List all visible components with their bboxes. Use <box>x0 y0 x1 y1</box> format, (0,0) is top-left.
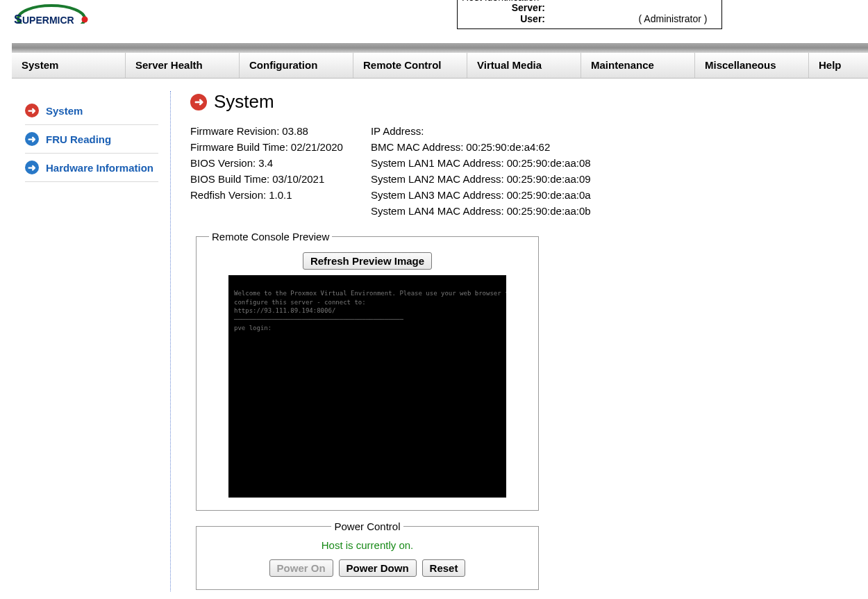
main-content: ➜ System Firmware Revision:03.88 Firmwar… <box>171 91 868 591</box>
host-user-role: ( Administrator ) <box>631 13 715 24</box>
host-server-value <box>548 2 715 13</box>
sidebar-item-system[interactable]: ➜ System <box>25 97 158 125</box>
host-user-label: User: <box>465 13 548 24</box>
sidebar: ➜ System ➜ FRU Reading ➜ Hardware Inform… <box>0 91 171 591</box>
host-identification-box: Host Identification Server: User: ( Admi… <box>457 0 722 29</box>
ip-address-label: IP Address: <box>371 125 424 137</box>
host-server-label: Server: <box>465 2 548 13</box>
power-control-box: Power Control Host is currently on. Powe… <box>196 520 539 590</box>
console-line: ────────────────────────────────────────… <box>234 315 501 325</box>
firmware-build-time-label: Firmware Build Time: <box>190 141 288 153</box>
sidebar-item-fru-reading[interactable]: ➜ FRU Reading <box>25 125 158 154</box>
bmc-mac-label: BMC MAC Address: <box>371 141 463 153</box>
arrow-right-icon: ➜ <box>25 161 39 174</box>
sidebar-item-label: Hardware Information <box>46 162 153 174</box>
nav-help[interactable]: Help <box>809 53 868 78</box>
lan4-mac-value: 00:25:90:de:aa:0b <box>507 205 591 217</box>
redfish-version-value: 1.0.1 <box>269 189 292 201</box>
lan2-mac-value: 00:25:90:de:aa:09 <box>507 173 591 185</box>
svg-text:S: S <box>14 13 22 26</box>
arrow-right-icon: ➜ <box>25 104 39 117</box>
lan1-mac-label: System LAN1 MAC Address: <box>371 157 504 169</box>
page-title-text: System <box>214 91 274 113</box>
bios-version-value: 3.4 <box>258 157 273 169</box>
nav-configuration[interactable]: Configuration <box>240 53 353 78</box>
page-title: ➜ System <box>190 91 868 113</box>
console-line: Welcome to the Proxmox Virtual Environme… <box>234 289 501 298</box>
nav-maintenance[interactable]: Maintenance <box>581 53 695 78</box>
host-user-value <box>548 13 631 24</box>
arrow-right-icon: ➜ <box>190 94 207 110</box>
info-column-left: Firmware Revision:03.88 Firmware Build T… <box>190 125 343 221</box>
power-on-button[interactable]: Power On <box>269 559 333 577</box>
firmware-revision-value: 03.88 <box>282 125 308 137</box>
firmware-build-time-value: 02/21/2020 <box>291 141 343 153</box>
firmware-revision-label: Firmware Revision: <box>190 125 279 137</box>
bios-build-time-value: 03/10/2021 <box>272 173 324 185</box>
supermicro-logo: S UPERMICR <box>0 0 96 38</box>
sidebar-item-label: FRU Reading <box>46 133 111 145</box>
nav-virtual-media[interactable]: Virtual Media <box>467 53 581 78</box>
bmc-mac-value: 00:25:90:de:a4:62 <box>466 141 550 153</box>
refresh-preview-button[interactable]: Refresh Preview Image <box>303 252 432 270</box>
arrow-right-icon: ➜ <box>25 132 39 146</box>
console-preview-image[interactable]: Welcome to the Proxmox Virtual Environme… <box>228 275 506 498</box>
host-id-legend: Host Identification <box>460 0 540 3</box>
main-nav: System Server Health Configuration Remot… <box>12 53 868 79</box>
console-legend: Remote Console Preview <box>209 231 332 243</box>
console-line: configure this server - connect to: <box>234 298 501 307</box>
svg-text:UPERMICR: UPERMICR <box>22 15 74 26</box>
bios-version-label: BIOS Version: <box>190 157 256 169</box>
svg-point-4 <box>82 17 88 23</box>
nav-remote-control[interactable]: Remote Control <box>353 53 467 78</box>
lan1-mac-value: 00:25:90:de:aa:08 <box>507 157 591 169</box>
sidebar-item-hardware-information[interactable]: ➜ Hardware Information <box>25 154 158 182</box>
sidebar-item-label: System <box>46 105 83 117</box>
reset-button[interactable]: Reset <box>422 559 466 577</box>
nav-system[interactable]: System <box>12 53 126 78</box>
lan2-mac-label: System LAN2 MAC Address: <box>371 173 504 185</box>
nav-miscellaneous[interactable]: Miscellaneous <box>695 53 809 78</box>
lan3-mac-value: 00:25:90:de:aa:0a <box>507 189 591 201</box>
redfish-version-label: Redfish Version: <box>190 189 266 201</box>
header-gradient <box>12 43 868 53</box>
remote-console-preview-box: Remote Console Preview Refresh Preview I… <box>196 231 539 511</box>
nav-server-health[interactable]: Server Health <box>126 53 240 78</box>
info-column-right: IP Address: BMC MAC Address:00:25:90:de:… <box>371 125 591 221</box>
console-line: pve login: <box>234 324 501 333</box>
host-power-status: Host is currently on. <box>209 539 526 551</box>
bios-build-time-label: BIOS Build Time: <box>190 173 269 185</box>
lan3-mac-label: System LAN3 MAC Address: <box>371 189 504 201</box>
lan4-mac-label: System LAN4 MAC Address: <box>371 205 504 217</box>
power-down-button[interactable]: Power Down <box>339 559 417 577</box>
power-legend: Power Control <box>331 520 403 532</box>
console-line: https://93.111.89.194:8006/ <box>234 306 501 315</box>
